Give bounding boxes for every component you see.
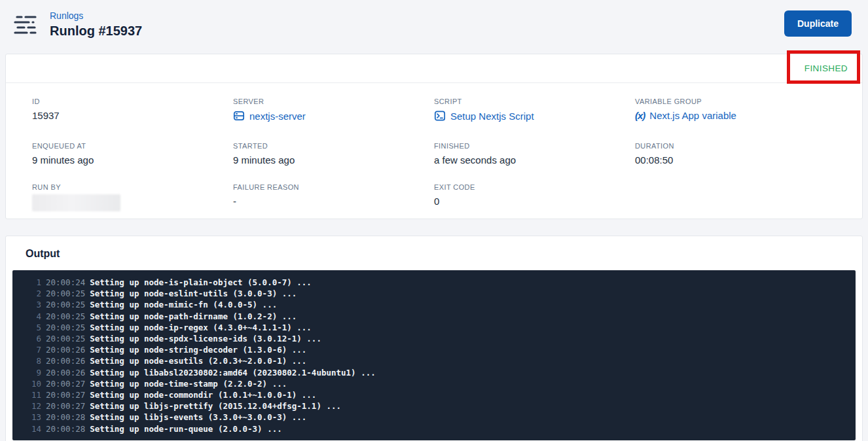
output-terminal[interactable]: 120:00:24Setting up node-is-plain-object… [12,270,856,440]
log-line-message: Setting up libabsl20230802:amd64 (202308… [90,368,376,378]
log-line-number: 11 [12,389,41,400]
log-line: 120:00:24Setting up node-is-plain-object… [12,277,856,288]
log-line-number: 10 [12,378,41,389]
log-line-number: 13 [12,412,41,423]
log-line-message: Setting up libjs-prettify (2015.12.04+df… [90,401,341,411]
field-label: SCRIPT [434,97,635,105]
log-line: 320:00:25Setting up node-mimic-fn (4.0.0… [12,299,856,310]
server-link[interactable]: nextjs-server [233,110,306,122]
log-line-timestamp: 20:00:28 [46,424,85,434]
output-section-title: Output [12,248,856,270]
variable-icon: (x) [635,110,645,121]
log-line: 720:00:26Setting up node-string-decoder … [12,344,856,355]
field-value: 9 minutes ago [233,154,434,166]
log-line-number: 6 [12,333,41,344]
field-value: a few seconds ago [434,154,635,166]
field-value: 15937 [32,110,233,121]
log-line-number: 14 [12,423,41,434]
log-line-message: Setting up node-mimic-fn (4.0.0-5) ... [90,300,277,309]
page-title: Runlog #15937 [50,24,142,39]
field-exit-code: EXIT CODE 0 [434,183,635,211]
log-line-number: 7 [12,344,41,355]
field-label: FINISHED [434,142,635,150]
output-card: Output 120:00:24Setting up node-is-plain… [5,236,863,441]
log-line-number: 2 [12,288,41,299]
script-link[interactable]: Setup Nextjs Script [434,110,534,122]
log-line-timestamp: 20:00:25 [46,334,85,344]
log-line-number: 8 [12,355,41,366]
details-grid: ID 15937 SERVER nextjs-server SCRIPT [6,83,862,211]
log-line-message: Setting up node-string-decoder (1.3.0-6)… [90,345,306,355]
log-line: 1320:00:28Setting up libjs-events (3.3.0… [12,412,856,423]
log-line: 820:00:26Setting up node-esutils (2.0.3+… [12,355,856,366]
field-label: SERVER [233,97,434,105]
field-label: ENQUEUED AT [32,142,233,150]
field-label: DURATION [635,142,836,150]
breadcrumb-runlogs[interactable]: Runlogs [50,10,142,21]
field-label: FAILURE REASON [233,183,434,191]
field-script: SCRIPT Setup Nextjs Script [434,97,635,124]
status-row: FINISHED [6,54,862,83]
page-header: Runlogs Runlog #15937 Duplicate [0,0,868,54]
log-line-message: Setting up node-esutils (2.0.3+~2.0.0-1)… [90,356,306,366]
log-line-timestamp: 20:00:25 [46,323,85,332]
log-line: 220:00:25Setting up node-eslint-utils (3… [12,288,856,299]
field-value: 0 [434,196,635,207]
log-line: 420:00:25Setting up node-path-dirname (1… [12,311,856,322]
log-line-message: Setting up node-eslint-utils (3.0.0-3) .… [90,289,297,298]
log-line-timestamp: 20:00:26 [46,368,85,378]
log-line-message: Setting up node-run-queue (2.0.0-3) ... [90,424,282,434]
runlog-logo-icon [13,12,39,39]
log-line-message: Setting up node-spdx-license-ids (3.0.12… [90,334,321,344]
field-failure-reason: FAILURE REASON - [233,183,434,211]
server-link-label: nextjs-server [249,111,306,122]
field-server: SERVER nextjs-server [233,97,434,124]
log-line: 1220:00:27Setting up libjs-prettify (201… [12,400,856,412]
log-line-message: Setting up node-commondir (1.0.1+~1.0.0-… [90,390,316,400]
log-line-number: 12 [12,400,41,412]
terminal-icon [434,110,446,122]
log-line-timestamp: 20:00:25 [46,289,85,298]
log-line-timestamp: 20:00:26 [46,356,85,366]
run-by-redacted-value [32,194,120,211]
field-enqueued-at: ENQUEUED AT 9 minutes ago [32,142,233,166]
log-line-timestamp: 20:00:27 [46,379,85,389]
log-line-timestamp: 20:00:25 [46,300,85,309]
field-label: STARTED [233,142,434,150]
field-finished: FINISHED a few seconds ago [434,142,635,166]
log-line: 1420:00:28Setting up node-run-queue (2.0… [12,423,856,434]
log-line-timestamp: 20:00:26 [46,345,85,355]
log-line-timestamp: 20:00:25 [46,311,85,321]
field-value: 00:08:50 [635,154,836,166]
log-line-message: Setting up node-time-stamp (2.2.0-2) ... [90,379,287,389]
variable-group-link[interactable]: (x) Next.js App variable [635,110,736,121]
field-started: STARTED 9 minutes ago [233,142,434,166]
duplicate-button[interactable]: Duplicate [784,10,852,37]
log-line: 920:00:26Setting up libabsl20230802:amd6… [12,367,856,378]
log-line-message: Setting up node-path-dirname (1.0.2-2) .… [90,311,297,321]
field-run-by: RUN BY [32,183,233,211]
log-line-message: Setting up node-is-plain-object (5.0.0-7… [90,277,312,287]
field-variable-group: VARIABLE GROUP (x) Next.js App variable [635,97,836,124]
field-id: ID 15937 [32,97,233,124]
log-line: 620:00:25Setting up node-spdx-license-id… [12,333,856,344]
log-line-number: 4 [12,311,41,322]
field-duration: DURATION 00:08:50 [635,142,836,166]
runlog-details-card: FINISHED ID 15937 SERVER nextjs-server S… [5,54,863,219]
log-line-number: 1 [12,277,41,288]
status-badge: FINISHED [805,63,848,73]
log-line: 1120:00:27Setting up node-commondir (1.0… [12,389,856,400]
field-label: RUN BY [32,183,233,191]
script-link-label: Setup Nextjs Script [450,111,534,122]
log-line: 1020:00:27Setting up node-time-stamp (2.… [12,378,856,389]
log-line-message: Setting up libjs-events (3.3.0+~3.0.0-3)… [90,412,306,422]
field-value: - [233,196,434,207]
log-line-number: 5 [12,322,41,333]
field-label: EXIT CODE [434,183,635,191]
log-line: 520:00:25Setting up node-ip-regex (4.3.0… [12,322,856,333]
log-line-timestamp: 20:00:28 [46,412,85,422]
log-line-message: Setting up node-ip-regex (4.3.0+~4.1.1-1… [90,323,312,332]
field-value: 9 minutes ago [32,154,233,166]
log-line-timestamp: 20:00:27 [46,401,85,411]
server-icon [233,110,245,122]
